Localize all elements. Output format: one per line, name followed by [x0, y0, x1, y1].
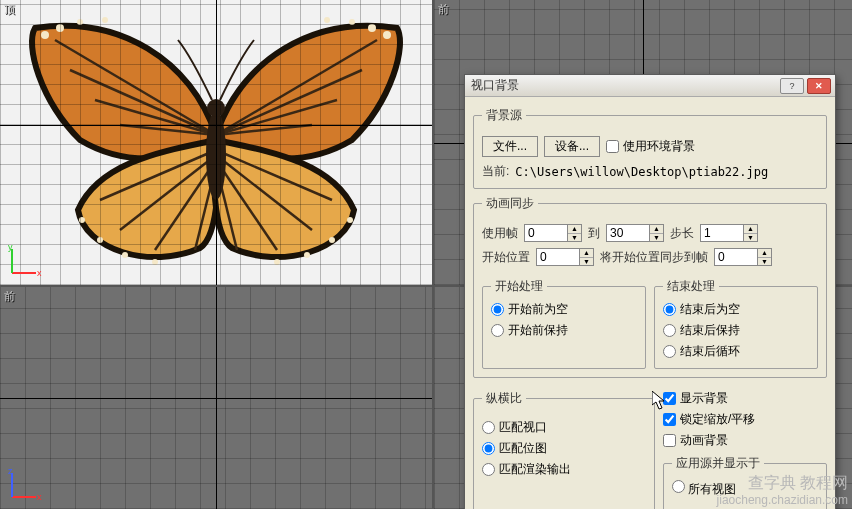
svg-point-9	[79, 217, 85, 223]
step-input[interactable]	[700, 224, 744, 242]
svg-text:x: x	[37, 268, 42, 278]
svg-point-13	[347, 217, 353, 223]
use-frame-label: 使用帧	[482, 225, 518, 242]
start-pos-field[interactable]: ▲▼	[536, 248, 594, 266]
svg-point-15	[304, 252, 310, 258]
use-env-bg-checkbox[interactable]: 使用环境背景	[606, 138, 695, 155]
lock-zoom-pan-checkbox[interactable]: 锁定缩放/平移	[663, 411, 827, 428]
spin-up-icon: ▲	[580, 249, 593, 258]
viewport-label: 前	[438, 2, 449, 17]
axis-line	[216, 287, 217, 509]
start-processing-group: 开始处理 开始前为空 开始前保持	[482, 278, 646, 369]
viewport-label-top: 顶	[4, 2, 15, 17]
match-viewport-radio[interactable]: 匹配视口	[482, 419, 646, 436]
spinner[interactable]: ▲▼	[758, 248, 772, 266]
svg-point-11	[122, 252, 128, 258]
svg-text:z: z	[8, 467, 13, 476]
watermark-url: jiaocheng.chazidian.com	[717, 493, 848, 507]
svg-point-6	[368, 24, 376, 32]
group-legend: 结束处理	[663, 278, 719, 295]
match-bitmap-radio[interactable]: 匹配位图	[482, 440, 646, 457]
end-after-hold-radio[interactable]: 结束后保持	[663, 322, 809, 339]
spin-up-icon: ▲	[744, 225, 757, 234]
group-legend: 开始处理	[491, 278, 547, 295]
svg-point-14	[329, 237, 335, 243]
step-field[interactable]: ▲▼	[700, 224, 758, 242]
axis-gizmo: x y	[6, 243, 42, 279]
svg-point-2	[56, 24, 64, 32]
svg-point-10	[97, 237, 103, 243]
svg-point-12	[152, 259, 158, 265]
svg-point-1	[41, 31, 49, 39]
watermark-title: 查字典 教程网	[717, 473, 848, 492]
spin-up-icon: ▲	[568, 225, 581, 234]
spinner[interactable]: ▲▼	[744, 224, 758, 242]
end-processing-group: 结束处理 结束后为空 结束后保持 结束后循环	[654, 278, 818, 369]
spin-down-icon: ▼	[758, 258, 771, 266]
group-legend: 应用源并显示于	[672, 455, 764, 472]
start-before-hold-radio[interactable]: 开始前保持	[491, 322, 637, 339]
to-label: 到	[588, 225, 600, 242]
dialog-titlebar[interactable]: 视口背景 ? ✕	[465, 75, 835, 97]
spin-down-icon: ▼	[580, 258, 593, 266]
svg-point-4	[102, 17, 108, 23]
current-label: 当前:	[482, 163, 509, 180]
dialog-title: 视口背景	[471, 77, 777, 94]
devices-button[interactable]: 设备...	[544, 136, 600, 157]
help-button[interactable]: ?	[780, 78, 804, 94]
spinner[interactable]: ▲▼	[650, 224, 664, 242]
svg-point-3	[77, 19, 83, 25]
animate-background-checkbox[interactable]: 动画背景	[663, 432, 827, 449]
checkbox-label: 使用环境背景	[623, 138, 695, 155]
step-label: 步长	[670, 225, 694, 242]
use-frame-input[interactable]	[524, 224, 568, 242]
end-after-loop-radio[interactable]: 结束后循环	[663, 343, 809, 360]
spin-down-icon: ▼	[650, 234, 663, 242]
spinner[interactable]: ▲▼	[580, 248, 594, 266]
viewport-label: 前	[4, 289, 15, 304]
svg-text:y: y	[8, 243, 13, 252]
use-env-bg-input[interactable]	[606, 140, 619, 153]
spin-down-icon: ▼	[744, 234, 757, 242]
svg-text:x: x	[37, 492, 42, 502]
spin-up-icon: ▲	[758, 249, 771, 258]
viewport-top[interactable]: 顶	[0, 0, 432, 285]
viewport-front-bl[interactable]: 前 x z	[0, 287, 432, 509]
spin-up-icon: ▲	[650, 225, 663, 234]
to-input[interactable]	[606, 224, 650, 242]
close-button[interactable]: ✕	[807, 78, 831, 94]
aspect-ratio-group: 纵横比 匹配视口 匹配位图 匹配渲染输出	[473, 390, 655, 509]
start-pos-input[interactable]	[536, 248, 580, 266]
sync-start-field[interactable]: ▲▼	[714, 248, 772, 266]
group-legend: 背景源	[482, 107, 526, 124]
sync-start-input[interactable]	[714, 248, 758, 266]
current-path: C:\Users\willow\Desktop\ptiab22.jpg	[515, 165, 768, 179]
viewport-background-dialog: 视口背景 ? ✕ 背景源 文件... 设备... 使用环境背景 当前: C:\U…	[464, 74, 836, 509]
start-pos-label: 开始位置	[482, 249, 530, 266]
svg-point-16	[274, 259, 280, 265]
svg-point-8	[324, 17, 330, 23]
end-after-blank-radio[interactable]: 结束后为空	[663, 301, 809, 318]
group-legend: 动画同步	[482, 195, 538, 212]
use-frame-field[interactable]: ▲▼	[524, 224, 582, 242]
axis-gizmo: x z	[6, 467, 42, 503]
sync-start-label: 将开始位置同步到帧	[600, 249, 708, 266]
spinner[interactable]: ▲▼	[568, 224, 582, 242]
match-render-radio[interactable]: 匹配渲染输出	[482, 461, 646, 478]
background-source-group: 背景源 文件... 设备... 使用环境背景 当前: C:\Users\will…	[473, 107, 827, 189]
axis-line	[216, 0, 217, 285]
svg-point-7	[349, 19, 355, 25]
spin-down-icon: ▼	[568, 234, 581, 242]
svg-point-5	[383, 31, 391, 39]
file-button[interactable]: 文件...	[482, 136, 538, 157]
group-legend: 纵横比	[482, 390, 526, 407]
display-background-checkbox[interactable]: 显示背景	[663, 390, 827, 407]
animation-sync-group: 动画同步 使用帧 ▲▼ 到 ▲▼ 步长 ▲▼ 开始位置	[473, 195, 827, 378]
start-before-blank-radio[interactable]: 开始前为空	[491, 301, 637, 318]
to-field[interactable]: ▲▼	[606, 224, 664, 242]
watermark: 查字典 教程网 jiaocheng.chazidian.com	[717, 473, 848, 507]
